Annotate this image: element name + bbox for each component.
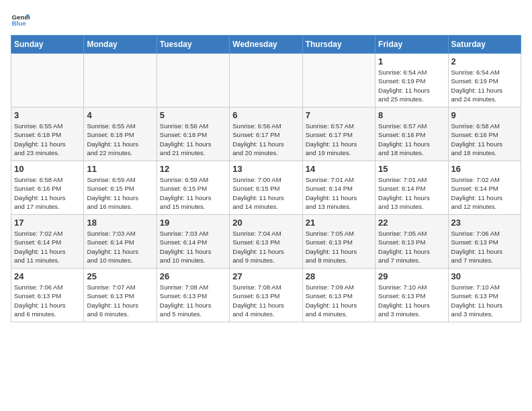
calendar-cell: [11, 54, 84, 107]
calendar-cell: 26Sunrise: 7:08 AM Sunset: 6:13 PM Dayli…: [157, 269, 229, 322]
calendar-cell: 29Sunrise: 7:10 AM Sunset: 6:13 PM Dayli…: [375, 269, 448, 322]
day-info: Sunrise: 7:02 AM Sunset: 6:14 PM Dayligh…: [451, 175, 518, 211]
calendar-cell: 6Sunrise: 6:56 AM Sunset: 6:17 PM Daylig…: [230, 107, 302, 161]
day-number: 18: [87, 218, 153, 228]
day-info: Sunrise: 6:57 AM Sunset: 6:16 PM Dayligh…: [378, 122, 445, 157]
day-info: Sunrise: 7:08 AM Sunset: 6:13 PM Dayligh…: [160, 283, 226, 318]
day-number: 2: [451, 56, 518, 66]
day-info: Sunrise: 7:00 AM Sunset: 6:15 PM Dayligh…: [232, 175, 299, 211]
calendar-cell: 3Sunrise: 6:55 AM Sunset: 6:18 PM Daylig…: [11, 107, 84, 161]
calendar-cell: 22Sunrise: 7:05 AM Sunset: 6:13 PM Dayli…: [375, 215, 448, 269]
day-number: 19: [160, 218, 226, 228]
calendar-cell: 16Sunrise: 7:02 AM Sunset: 6:14 PM Dayli…: [448, 161, 521, 215]
col-header-wednesday: Wednesday: [230, 36, 302, 54]
day-number: 25: [87, 271, 153, 281]
day-number: 9: [451, 110, 518, 120]
calendar-cell: 11Sunrise: 6:59 AM Sunset: 6:15 PM Dayli…: [84, 161, 157, 215]
col-header-monday: Monday: [84, 36, 157, 54]
calendar-cell: 1Sunrise: 6:54 AM Sunset: 6:19 PM Daylig…: [375, 54, 448, 107]
day-number: 17: [14, 218, 81, 228]
day-number: 7: [306, 110, 372, 120]
calendar-cell: 25Sunrise: 7:07 AM Sunset: 6:13 PM Dayli…: [84, 269, 157, 322]
day-info: Sunrise: 6:59 AM Sunset: 6:15 PM Dayligh…: [87, 175, 153, 211]
day-info: Sunrise: 7:04 AM Sunset: 6:13 PM Dayligh…: [232, 229, 299, 265]
logo-icon: General Blue: [11, 11, 30, 30]
calendar-cell: 24Sunrise: 7:06 AM Sunset: 6:13 PM Dayli…: [11, 269, 84, 322]
day-number: 26: [160, 271, 226, 281]
day-number: 16: [451, 164, 518, 174]
calendar-cell: 12Sunrise: 6:59 AM Sunset: 6:15 PM Dayli…: [157, 161, 229, 215]
day-info: Sunrise: 7:01 AM Sunset: 6:14 PM Dayligh…: [306, 175, 372, 211]
day-number: 13: [232, 164, 299, 174]
col-header-sunday: Sunday: [11, 36, 84, 54]
day-info: Sunrise: 6:57 AM Sunset: 6:17 PM Dayligh…: [306, 122, 372, 157]
calendar-cell: 13Sunrise: 7:00 AM Sunset: 6:15 PM Dayli…: [230, 161, 302, 215]
day-info: Sunrise: 7:01 AM Sunset: 6:14 PM Dayligh…: [378, 175, 445, 211]
col-header-saturday: Saturday: [448, 36, 521, 54]
day-number: 30: [451, 271, 518, 281]
col-header-tuesday: Tuesday: [157, 36, 229, 54]
calendar-cell: 7Sunrise: 6:57 AM Sunset: 6:17 PM Daylig…: [302, 107, 375, 161]
calendar-cell: 15Sunrise: 7:01 AM Sunset: 6:14 PM Dayli…: [375, 161, 448, 215]
day-number: 10: [14, 164, 81, 174]
day-info: Sunrise: 7:03 AM Sunset: 6:14 PM Dayligh…: [160, 229, 226, 265]
day-info: Sunrise: 7:06 AM Sunset: 6:13 PM Dayligh…: [14, 283, 81, 318]
col-header-friday: Friday: [375, 36, 448, 54]
day-info: Sunrise: 6:58 AM Sunset: 6:16 PM Dayligh…: [451, 122, 518, 157]
day-number: 24: [14, 271, 81, 281]
calendar-cell: 10Sunrise: 6:58 AM Sunset: 6:16 PM Dayli…: [11, 161, 84, 215]
logo: General Blue: [11, 11, 30, 30]
calendar-cell: 27Sunrise: 7:08 AM Sunset: 6:13 PM Dayli…: [230, 269, 302, 322]
col-header-thursday: Thursday: [302, 36, 375, 54]
day-number: 1: [378, 56, 445, 66]
calendar-header: SundayMondayTuesdayWednesdayThursdayFrid…: [11, 36, 521, 54]
day-number: 14: [306, 164, 372, 174]
day-info: Sunrise: 7:08 AM Sunset: 6:13 PM Dayligh…: [232, 283, 299, 318]
day-info: Sunrise: 6:56 AM Sunset: 6:18 PM Dayligh…: [160, 122, 226, 157]
calendar-cell: 17Sunrise: 7:02 AM Sunset: 6:14 PM Dayli…: [11, 215, 84, 269]
page-header: General Blue: [11, 11, 521, 30]
calendar-week-5: 24Sunrise: 7:06 AM Sunset: 6:13 PM Dayli…: [11, 269, 521, 322]
day-number: 12: [160, 164, 226, 174]
calendar-cell: 8Sunrise: 6:57 AM Sunset: 6:16 PM Daylig…: [375, 107, 448, 161]
day-info: Sunrise: 6:56 AM Sunset: 6:17 PM Dayligh…: [232, 122, 299, 157]
day-info: Sunrise: 6:54 AM Sunset: 6:19 PM Dayligh…: [378, 68, 445, 103]
day-info: Sunrise: 6:55 AM Sunset: 6:18 PM Dayligh…: [87, 122, 153, 157]
day-number: 15: [378, 164, 445, 174]
day-number: 27: [232, 271, 299, 281]
calendar-cell: 19Sunrise: 7:03 AM Sunset: 6:14 PM Dayli…: [157, 215, 229, 269]
day-number: 20: [232, 218, 299, 228]
calendar-cell: 4Sunrise: 6:55 AM Sunset: 6:18 PM Daylig…: [84, 107, 157, 161]
day-number: 28: [306, 271, 372, 281]
day-number: 11: [87, 164, 153, 174]
calendar-cell: 23Sunrise: 7:06 AM Sunset: 6:13 PM Dayli…: [448, 215, 521, 269]
day-info: Sunrise: 6:54 AM Sunset: 6:19 PM Dayligh…: [451, 68, 518, 103]
calendar-cell: 14Sunrise: 7:01 AM Sunset: 6:14 PM Dayli…: [302, 161, 375, 215]
calendar-cell: 28Sunrise: 7:09 AM Sunset: 6:13 PM Dayli…: [302, 269, 375, 322]
day-number: 6: [232, 110, 299, 120]
calendar-cell: 9Sunrise: 6:58 AM Sunset: 6:16 PM Daylig…: [448, 107, 521, 161]
day-info: Sunrise: 6:55 AM Sunset: 6:18 PM Dayligh…: [14, 122, 81, 157]
calendar-week-2: 3Sunrise: 6:55 AM Sunset: 6:18 PM Daylig…: [11, 107, 521, 161]
calendar-week-1: 1Sunrise: 6:54 AM Sunset: 6:19 PM Daylig…: [11, 54, 521, 107]
day-info: Sunrise: 7:10 AM Sunset: 6:13 PM Dayligh…: [451, 283, 518, 318]
day-number: 8: [378, 110, 445, 120]
day-info: Sunrise: 7:05 AM Sunset: 6:13 PM Dayligh…: [306, 229, 372, 265]
day-info: Sunrise: 7:03 AM Sunset: 6:14 PM Dayligh…: [87, 229, 153, 265]
day-info: Sunrise: 7:10 AM Sunset: 6:13 PM Dayligh…: [378, 283, 445, 318]
calendar-cell: 21Sunrise: 7:05 AM Sunset: 6:13 PM Dayli…: [302, 215, 375, 269]
day-number: 22: [378, 218, 445, 228]
calendar-cell: [302, 54, 375, 107]
calendar-cell: [230, 54, 302, 107]
day-info: Sunrise: 7:06 AM Sunset: 6:13 PM Dayligh…: [451, 229, 518, 265]
calendar-table: SundayMondayTuesdayWednesdayThursdayFrid…: [11, 35, 521, 322]
day-info: Sunrise: 7:05 AM Sunset: 6:13 PM Dayligh…: [378, 229, 445, 265]
day-info: Sunrise: 7:09 AM Sunset: 6:13 PM Dayligh…: [306, 283, 372, 318]
calendar-week-4: 17Sunrise: 7:02 AM Sunset: 6:14 PM Dayli…: [11, 215, 521, 269]
day-info: Sunrise: 7:02 AM Sunset: 6:14 PM Dayligh…: [14, 229, 81, 265]
calendar-body: 1Sunrise: 6:54 AM Sunset: 6:19 PM Daylig…: [11, 54, 521, 322]
calendar-cell: 18Sunrise: 7:03 AM Sunset: 6:14 PM Dayli…: [84, 215, 157, 269]
calendar-cell: 2Sunrise: 6:54 AM Sunset: 6:19 PM Daylig…: [448, 54, 521, 107]
day-number: 4: [87, 110, 153, 120]
day-number: 23: [451, 218, 518, 228]
